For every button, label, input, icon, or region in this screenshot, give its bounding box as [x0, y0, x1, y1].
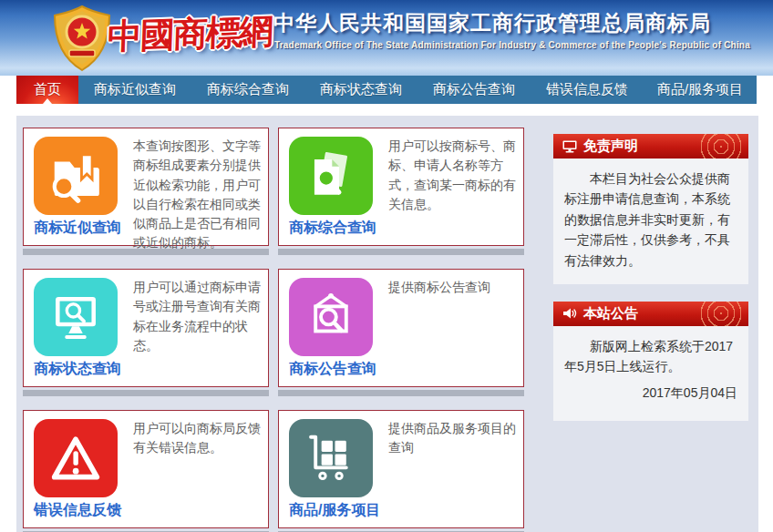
card-label: 商标公告查询 [289, 360, 376, 379]
card-slot: 商品/服务项目 提供商品及服务项目的查询 [278, 410, 524, 532]
card-trademark-status-search[interactable]: 商标状态查询 用户可以通过商标申请号或注册号查询有关商标在业务流程中的状态。 [23, 269, 269, 387]
announcement-panel: 本站公告 新版网上检索系统于2017年5月5日上线运行。 2017年05月04日 [553, 302, 748, 421]
card-left: 错误信息反馈 [34, 419, 125, 520]
disclaimer-body: 本栏目为社会公众提供商标注册申请信息查询，本系统的数据信息并非实时更新，有一定滞… [553, 159, 748, 284]
card-trademark-comprehensive-search[interactable]: 商标综合查询 用户可以按商标号、商标、申请人名称等方式，查询某一商标的有关信息。 [278, 128, 524, 246]
feature-cards: 商标近似查询 本查询按图形、文字等商标组成要素分别提供近似检索功能，用户可以自行… [16, 116, 531, 532]
announcement-body: 新版网上检索系统于2017年5月5日上线运行。 2017年05月04日 [553, 326, 748, 421]
nav-item-goods-services[interactable]: 商品/服务项目 [644, 76, 757, 104]
card-left: 商品/服务项目 [289, 419, 380, 520]
speaker-icon [562, 307, 577, 320]
card-description: 本查询按图形、文字等商标组成要素分别提供近似检索功能，用户可以自行检索在相同或类… [133, 137, 261, 238]
card-slot: 商标近似查询 本查询按图形、文字等商标组成要素分别提供近似检索功能，用户可以自行… [23, 128, 269, 255]
card-trademark-similar-search[interactable]: 商标近似查询 本查询按图形、文字等商标组成要素分别提供近似检索功能，用户可以自行… [23, 128, 269, 246]
disclaimer-title: 免责声明 [583, 138, 638, 155]
card-label: 商标状态查询 [34, 360, 121, 379]
card-left: 商标状态查询 [34, 278, 125, 379]
main-content: 商标近似查询 本查询按图形、文字等商标组成要素分别提供近似检索功能，用户可以自行… [16, 116, 758, 532]
nav-item-home[interactable]: 首页 [16, 76, 78, 104]
card-left: 商标公告查询 [289, 278, 380, 379]
announcement-header: 本站公告 [553, 302, 748, 326]
card-shadow [278, 390, 524, 396]
announcement-text: 新版网上检索系统于2017年5月5日上线运行。 [564, 336, 737, 377]
warning-icon [34, 419, 118, 497]
national-emblem-icon [49, 5, 115, 72]
card-shadow [278, 249, 524, 255]
nav-item-error-feedback[interactable]: 错误信息反馈 [531, 76, 644, 104]
card-description: 提供商品及服务项目的查询 [388, 419, 516, 520]
card-label: 错误信息反馈 [34, 501, 121, 520]
card-label: 商品/服务项目 [289, 501, 380, 520]
header-title: 中华人民共和国国家工商行政管理总局商标局 [273, 9, 711, 37]
card-slot: 商标公告查询 提供商标公告查询 [278, 269, 524, 396]
announcement-title: 本站公告 [583, 305, 638, 322]
document-search-icon [289, 137, 373, 215]
page: 中國商標網 中华人民共和国国家工商行政管理总局商标局 Trademark Off… [0, 0, 773, 532]
announcement-date: 2017年05月04日 [564, 383, 737, 403]
card-trademark-gazette-search[interactable]: 商标公告查询 提供商标公告查询 [278, 269, 524, 387]
cart-icon [289, 419, 373, 497]
nav-item-status-search[interactable]: 商标状态查询 [304, 76, 417, 104]
card-description: 用户可以通过商标申请号或注册号查询有关商标在业务流程中的状态。 [133, 278, 261, 379]
disclaimer-panel: 免责声明 本栏目为社会公众提供商标注册申请信息查询，本系统的数据信息并非实时更新… [553, 134, 748, 284]
card-slot: 商标状态查询 用户可以通过商标申请号或注册号查询有关商标在业务流程中的状态。 [23, 269, 269, 396]
card-left: 商标近似查询 [34, 137, 125, 238]
card-goods-services[interactable]: 商品/服务项目 提供商品及服务项目的查询 [278, 410, 524, 528]
board-search-icon [289, 278, 373, 356]
folder-search-icon [34, 137, 118, 215]
site-logo: 中國商標網 [107, 8, 273, 60]
card-description: 用户可以按商标号、商标、申请人名称等方式，查询某一商标的有关信息。 [388, 137, 516, 238]
card-slot: 错误信息反馈 用户可以向商标局反馈有关错误信息。 [23, 410, 269, 532]
card-error-feedback[interactable]: 错误信息反馈 用户可以向商标局反馈有关错误信息。 [23, 410, 269, 528]
nav-item-comprehensive-search[interactable]: 商标综合查询 [191, 76, 304, 104]
card-shadow [23, 390, 269, 396]
sidebar: 免责声明 本栏目为社会公众提供商标注册申请信息查询，本系统的数据信息并非实时更新… [553, 116, 748, 532]
card-description: 提供商标公告查询 [388, 278, 516, 379]
nav-item-gazette-search[interactable]: 商标公告查询 [417, 76, 531, 104]
nav-item-similar-search[interactable]: 商标近似查询 [78, 76, 191, 104]
site-header: 中國商標網 中华人民共和国国家工商行政管理总局商标局 Trademark Off… [0, 0, 773, 76]
disclaimer-text: 本栏目为社会公众提供商标注册申请信息查询，本系统的数据信息并非实时更新，有一定滞… [564, 169, 737, 271]
monitor-icon [562, 140, 577, 153]
card-slot: 商标综合查询 用户可以按商标号、商标、申请人名称等方式，查询某一商标的有关信息。 [278, 128, 524, 255]
card-label: 商标综合查询 [289, 219, 376, 238]
disclaimer-header: 免责声明 [553, 134, 748, 159]
card-label: 商标近似查询 [34, 219, 121, 238]
monitor-search-icon [34, 278, 118, 356]
header-subtitle: Trademark Office of The State Administra… [274, 40, 750, 50]
card-description: 用户可以向商标局反馈有关错误信息。 [133, 419, 261, 520]
main-nav: 首页 商标近似查询 商标综合查询 商标状态查询 商标公告查询 错误信息反馈 商品… [16, 76, 757, 104]
card-left: 商标综合查询 [289, 137, 380, 238]
